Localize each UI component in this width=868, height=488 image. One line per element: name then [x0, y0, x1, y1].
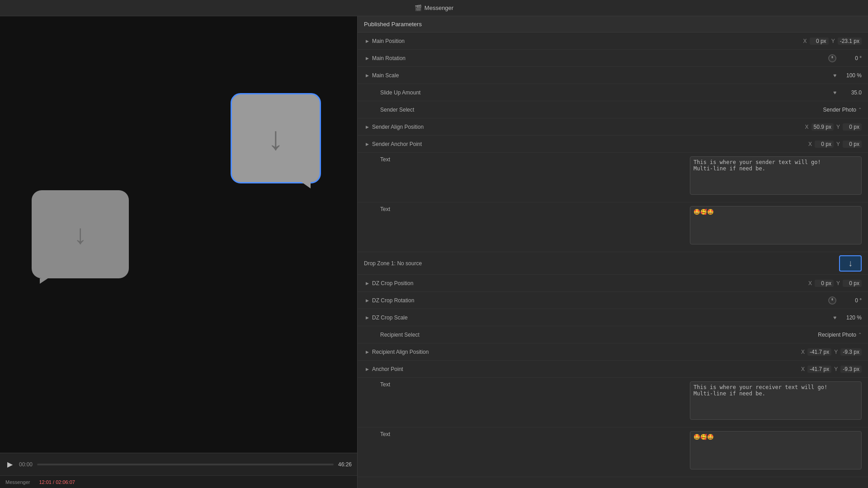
param-main-position: ▶ Main Position X 0 px Y -23.1 px — [358, 33, 868, 50]
playback-bar: ▶ 00:00 46:26 — [0, 453, 357, 475]
slide-up-keyframe-icon[interactable]: ♥ — [833, 89, 836, 96]
param-text-emoji: Text 🤩🥰🤩 — [358, 202, 868, 252]
bubble-small: ↓ — [32, 190, 129, 278]
text-receiver-input[interactable]: This is where your receiver text will go… — [690, 381, 862, 420]
main-content: ↓ ↓ ▶ 00:00 46:26 Messenger 12:01 — [0, 16, 868, 488]
status-bar: Messenger 12:01 / 02:06:07 — [0, 475, 357, 488]
param-slide-up-amount: ▶ Slide Up Amount ♥ 35.0 — [358, 84, 868, 101]
status-time: 12:01 / 02:06:07 — [39, 479, 75, 485]
down-arrow-small-icon: ↓ — [74, 221, 87, 248]
timeline-bar[interactable] — [37, 464, 334, 465]
expand-dz-crop-position[interactable]: ▶ — [364, 280, 370, 286]
param-sender-align-position: ▶ Sender Align Position X 50.9 px Y 0 px — [358, 118, 868, 136]
param-text-sender: Text This is where your sender text will… — [358, 153, 868, 202]
panel-header: Published Parameters — [358, 16, 868, 33]
param-text-emoji-2: Text 🤩🥰🤩 — [358, 427, 868, 477]
param-sender-select: ▶ Sender Select Sender Photo ⌃ — [358, 101, 868, 118]
app-title-text: Messenger — [425, 5, 453, 11]
expand-dz-crop-scale[interactable]: ▶ — [364, 314, 370, 321]
param-dz-crop-position: ▶ DZ Crop Position X 0 px Y 0 px — [358, 275, 868, 292]
app-icon: 🎬 — [415, 5, 422, 11]
app-title: 🎬 Messenger — [415, 5, 453, 11]
top-bar: 🎬 Messenger — [0, 0, 868, 16]
param-recipient-select: ▶ Recipient Select Recipient Photo ⌃ — [358, 326, 868, 343]
expand-main-rotation[interactable]: ▶ — [364, 55, 370, 61]
recipient-select-dropdown[interactable]: Recipient Photo ⌃ — [818, 332, 862, 338]
expand-recipient-align-position[interactable]: ▶ — [364, 349, 370, 355]
params-list[interactable]: ▶ Main Position X 0 px Y -23.1 px ▶ Main… — [358, 33, 868, 488]
status-app-name: Messenger — [5, 479, 30, 485]
main-scale-keyframe-icon[interactable]: ♥ — [833, 72, 836, 79]
text-emoji-2-input[interactable]: 🤩🥰🤩 — [690, 431, 862, 469]
expand-sender-anchor-point[interactable]: ▶ — [364, 141, 370, 147]
param-dz-crop-rotation: ▶ DZ Crop Rotation 0 ° — [358, 292, 868, 309]
param-recipient-align-position: ▶ Recipient Align Position X -41.7 px Y … — [358, 343, 868, 361]
down-arrow-large-icon: ↓ — [268, 122, 284, 155]
preview-area: ↓ ↓ ▶ 00:00 46:26 Messenger 12:01 — [0, 16, 357, 488]
expand-anchor-point[interactable]: ▶ — [364, 366, 370, 372]
sender-select-arrow: ⌃ — [858, 107, 862, 112]
text-emoji-input[interactable]: 🤩🥰🤩 — [690, 206, 862, 244]
recipient-select-arrow: ⌃ — [858, 332, 862, 337]
status-time-total: 02:06:07 — [56, 479, 75, 485]
right-panel: Published Parameters ▶ Main Position X 0… — [357, 16, 868, 488]
timecode-value: 00:00 — [19, 461, 33, 468]
param-dz-crop-scale: ▶ DZ Crop Scale ♥ 120 % — [358, 309, 868, 326]
frame-count: 46:26 — [338, 461, 352, 468]
main-rotation-dial[interactable] — [828, 54, 836, 62]
bubble-large: ↓ — [231, 93, 321, 183]
play-icon: ▶ — [7, 460, 13, 469]
text-sender-input[interactable]: This is where your sender text will go! … — [690, 156, 862, 195]
canvas-area: ↓ ↓ — [0, 16, 357, 453]
play-button[interactable]: ▶ — [5, 460, 14, 469]
param-main-rotation: ▶ Main Rotation 0 ° — [358, 50, 868, 67]
expand-sender-align-position[interactable]: ▶ — [364, 124, 370, 130]
panel-title: Published Parameters — [364, 21, 422, 28]
drop-zone-button[interactable]: ↓ — [839, 255, 862, 272]
expand-dz-crop-rotation[interactable]: ▶ — [364, 297, 370, 304]
param-main-scale: ▶ Main Scale ♥ 100 % — [358, 67, 868, 84]
dz-crop-scale-keyframe-icon[interactable]: ♥ — [833, 314, 836, 321]
param-text-receiver: Text This is where your receiver text wi… — [358, 378, 868, 427]
expand-main-position[interactable]: ▶ — [364, 38, 370, 44]
timecode-start: 00:00 — [19, 461, 33, 468]
sender-select-dropdown[interactable]: Sender Photo ⌃ — [823, 107, 862, 113]
param-drop-zone-1: Drop Zone 1: No source ↓ — [358, 252, 868, 275]
expand-main-scale[interactable]: ▶ — [364, 72, 370, 79]
dz-crop-rotation-dial[interactable] — [828, 296, 836, 305]
param-sender-anchor-point: ▶ Sender Anchor Point X 0 px Y 0 px — [358, 136, 868, 153]
status-time-current: 12:01 — [39, 479, 52, 485]
param-anchor-point: ▶ Anchor Point X -41.7 px Y -9.3 px — [358, 361, 868, 378]
